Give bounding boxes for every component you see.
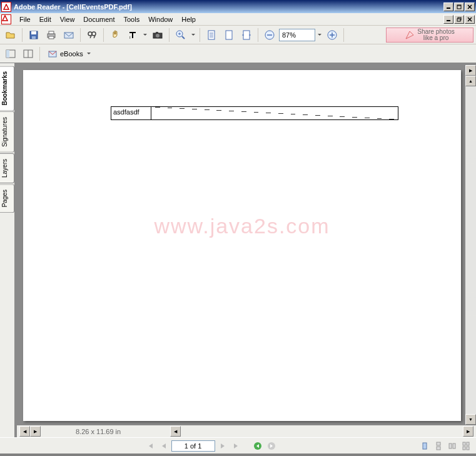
email-button[interactable] (61, 27, 77, 43)
scroll-down-button[interactable]: ▼ (465, 414, 476, 425)
workspace: Bookmarks Signatures Layers Pages asdfas… (0, 63, 476, 437)
open-button[interactable] (3, 27, 19, 43)
zoom-in-pct-button[interactable] (324, 27, 340, 43)
back-button[interactable] (251, 440, 264, 452)
svg-point-17 (156, 34, 160, 38)
menu-help[interactable]: Help (177, 14, 200, 24)
svg-rect-38 (463, 447, 465, 450)
search-button[interactable] (84, 27, 100, 43)
scroll-right-icon[interactable]: ▶ (465, 65, 476, 76)
svg-rect-36 (463, 442, 465, 445)
help-button[interactable] (20, 46, 36, 62)
text-select-button[interactable]: I (124, 27, 141, 43)
svg-rect-10 (49, 31, 54, 34)
ebooks-label: eBooks (60, 50, 83, 58)
main-toolbar: I 87% Share photos like a pro (0, 26, 476, 44)
separator (39, 47, 40, 61)
svg-rect-7 (31, 31, 36, 34)
menu-file[interactable]: File (15, 14, 35, 24)
menu-document[interactable]: Document (79, 14, 119, 24)
print-button[interactable] (43, 27, 59, 43)
zoom-field-dropdown[interactable] (316, 32, 323, 38)
single-page-view-button[interactable] (418, 440, 431, 452)
svg-rect-31 (423, 443, 427, 449)
vertical-scrollbar[interactable]: ▶ ▲ ▼ (465, 65, 476, 425)
zoom-in-button[interactable] (173, 27, 189, 43)
close-button[interactable] (465, 3, 475, 11)
separator (258, 28, 258, 42)
last-page-button[interactable] (230, 440, 243, 452)
expand-panel-button[interactable] (3, 46, 19, 62)
menu-view[interactable]: View (56, 14, 79, 24)
svg-point-14 (92, 32, 96, 36)
hand-tool-button[interactable] (107, 27, 123, 43)
promo-banner[interactable]: Share photos like a pro (386, 28, 473, 43)
pdf-page[interactable]: asdfasdf www.java2s.com (23, 70, 461, 421)
scroll-track[interactable] (465, 86, 476, 414)
fit-width-button[interactable] (238, 27, 255, 43)
cell-text: asdfasdf (111, 107, 151, 119)
svg-rect-18 (156, 32, 158, 33)
svg-point-13 (88, 32, 92, 36)
prev-page-button[interactable] (158, 440, 170, 452)
maximize-button[interactable] (454, 3, 464, 11)
svg-text:I: I (129, 36, 131, 39)
ebooks-icon (48, 49, 58, 59)
menu-window[interactable]: Window (144, 14, 177, 24)
continuous-facing-button[interactable] (460, 440, 472, 452)
svg-rect-34 (449, 443, 452, 448)
watermark-text: www.java2s.com (154, 214, 330, 238)
svg-rect-39 (467, 447, 469, 450)
pdf-cell: asdfasdf (111, 106, 398, 120)
continuous-view-button[interactable] (432, 440, 445, 452)
tab-pages[interactable]: Pages (0, 184, 14, 213)
zoom-out-button[interactable] (261, 27, 278, 43)
menu-tools[interactable]: Tools (119, 14, 144, 24)
separator (22, 28, 23, 42)
page-number-field[interactable]: 1 of 1 (171, 440, 215, 452)
minimize-button[interactable] (443, 3, 453, 11)
save-button[interactable] (26, 27, 42, 43)
snapshot-button[interactable] (149, 27, 166, 43)
window-title: Adobe Reader - [CellEventsPDF.pdf] (14, 3, 443, 11)
status-bar: 1 of 1 (0, 437, 476, 453)
facing-view-button[interactable] (446, 440, 458, 452)
promo-text: Share photos like a pro (417, 29, 455, 41)
menu-edit[interactable]: Edit (35, 14, 56, 24)
separator (200, 28, 200, 42)
tab-bookmarks[interactable]: Bookmarks (0, 66, 14, 111)
mdi-close-button[interactable] (465, 15, 475, 24)
navigation-pane: Bookmarks Signatures Layers Pages (0, 63, 15, 437)
document-area: asdfasdf www.java2s.com ▶ ▲ ▼ ◀ ▶ 8.26 x… (15, 63, 476, 437)
svg-rect-33 (437, 447, 440, 450)
mdi-minimize-button[interactable] (443, 15, 453, 24)
ebooks-dropdown[interactable] (86, 51, 92, 56)
mdi-restore-button[interactable] (454, 15, 464, 24)
svg-rect-11 (49, 36, 54, 39)
dimensions-bar: ◀ ▶ 8.26 x 11.69 in ◀ ▶ (17, 425, 476, 437)
svg-rect-32 (437, 442, 440, 445)
zoom-dropdown[interactable] (190, 32, 196, 38)
first-page-button[interactable] (144, 440, 156, 452)
scroll-left-button[interactable]: ◀ (19, 426, 30, 437)
text-select-dropdown[interactable] (142, 32, 148, 38)
separator (103, 28, 104, 42)
scroll-right-button[interactable]: ▶ (30, 426, 41, 437)
fit-page-button[interactable] (203, 27, 220, 43)
hscroll-right[interactable]: ▶ (463, 426, 473, 437)
svg-rect-22 (243, 31, 250, 39)
forward-button[interactable] (265, 440, 278, 452)
zoom-field[interactable]: 87% (279, 29, 315, 41)
app-icon (1, 2, 11, 12)
secondary-toolbar: eBooks (0, 44, 476, 63)
ebooks-button[interactable]: eBooks (43, 47, 96, 61)
scroll-up-button[interactable]: ▲ (465, 76, 476, 86)
actual-size-button[interactable] (221, 27, 237, 43)
tab-signatures[interactable]: Signatures (0, 111, 14, 153)
svg-rect-8 (32, 36, 36, 39)
doc-icon (1, 14, 11, 24)
tab-layers[interactable]: Layers (0, 153, 14, 183)
hscroll-left[interactable]: ◀ (170, 426, 181, 437)
separator (343, 28, 344, 42)
next-page-button[interactable] (216, 440, 229, 452)
